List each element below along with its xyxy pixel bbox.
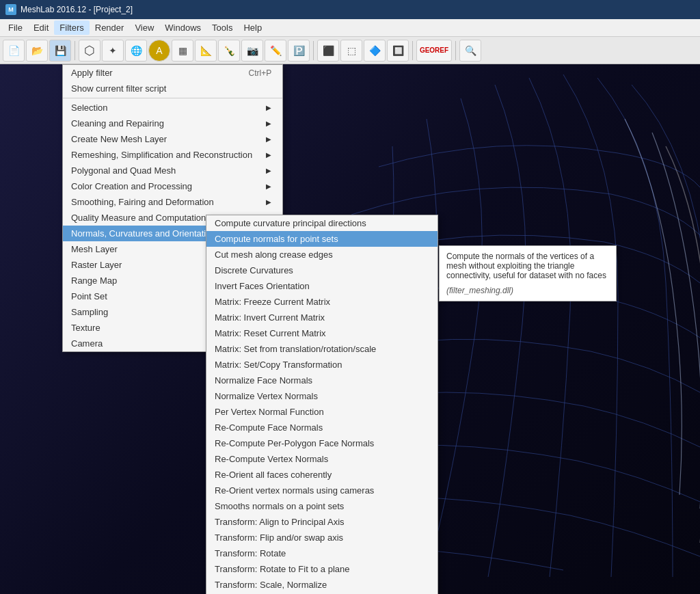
- main-area: Apply filter Ctrl+P Show current filter …: [0, 64, 700, 594]
- menubar: File Edit Filters Render View Windows To…: [0, 19, 700, 37]
- recompute-face-item[interactable]: Re-Compute Face Normals: [206, 420, 438, 435]
- tool2[interactable]: ✦: [102, 40, 124, 62]
- per-vertex-item[interactable]: Per Vertex Normal Function: [206, 404, 438, 420]
- discrete-curvatures-item[interactable]: Discrete Curvatures: [206, 262, 438, 278]
- tool5[interactable]: ▦: [172, 40, 193, 62]
- create-mesh-item[interactable]: Create New Mesh Layer ▶: [63, 131, 282, 147]
- recompute-polygon-item[interactable]: Re-Compute Per-Polygon Face Normals: [206, 435, 438, 451]
- toolbar: 📄 📂 💾 ⬡ ✦ 🌐 A ▦ 📐 🍾 📷 ✏️ 🅿️ ⬛ ⬚ 🔷 🔲 GEOR…: [0, 37, 700, 64]
- tool6[interactable]: 📐: [195, 40, 217, 62]
- smoothing-item[interactable]: Smoothing, Fairing and Deformation ▶: [63, 194, 282, 210]
- tool9[interactable]: ✏️: [265, 40, 286, 62]
- set-matrix-item[interactable]: Matrix: Set from translation/rotation/sc…: [206, 341, 438, 357]
- cut-mesh-item[interactable]: Cut mesh along crease edges: [206, 247, 438, 262]
- tool13[interactable]: 🔷: [364, 40, 386, 62]
- tool3[interactable]: 🌐: [125, 40, 147, 62]
- apply-filter-item[interactable]: Apply filter Ctrl+P: [63, 65, 282, 81]
- smooth-normals-item[interactable]: Smooths normals on a point sets: [206, 498, 438, 514]
- new-button[interactable]: 📄: [3, 40, 25, 62]
- tool14[interactable]: 🔲: [387, 40, 409, 62]
- georef[interactable]: GEOREF: [416, 40, 452, 62]
- reorient-vertex-item[interactable]: Re-Orient vertex normals using cameras: [206, 483, 438, 498]
- scale-item[interactable]: Transform: Scale, Normalize: [206, 577, 438, 593]
- app-icon: M: [5, 4, 16, 15]
- show-filter-script-item[interactable]: Show current filter script: [63, 81, 282, 96]
- remeshing-item[interactable]: Remeshing, Simplification and Reconstruc…: [63, 147, 282, 163]
- tool1[interactable]: ⬡: [79, 40, 100, 62]
- window-title: MeshLab 2016.12 - [Project_2]: [21, 5, 133, 14]
- align-axis-item[interactable]: Transform: Align to Principal Axis: [206, 514, 438, 530]
- sep4: [455, 41, 456, 60]
- tool15[interactable]: 🔍: [459, 40, 481, 62]
- invert-matrix-item[interactable]: Matrix: Invert Current Matrix: [206, 310, 438, 325]
- copy-matrix-item[interactable]: Matrix: Set/Copy Transformation: [206, 357, 438, 373]
- sep3: [412, 41, 413, 60]
- menu-view[interactable]: View: [129, 21, 159, 35]
- tool7[interactable]: 🍾: [218, 40, 240, 62]
- normalize-vertex-item[interactable]: Normalize Vertex Normals: [206, 388, 438, 404]
- tool12[interactable]: ⬚: [340, 40, 362, 62]
- color-item[interactable]: Color Creation and Processing ▶: [63, 178, 282, 194]
- reset-matrix-item[interactable]: Matrix: Reset Current Matrix: [206, 325, 438, 341]
- tool11[interactable]: ⬛: [317, 40, 339, 62]
- menu-tools[interactable]: Tools: [206, 21, 238, 35]
- rotate-fit-item[interactable]: Transform: Rotate to Fit to a plane: [206, 561, 438, 577]
- freeze-matrix-item[interactable]: Matrix: Freeze Current Matrix: [206, 294, 438, 310]
- normalize-face-item[interactable]: Normalize Face Normals: [206, 373, 438, 388]
- menu-sep: [63, 98, 282, 98]
- flip-axis-item[interactable]: Transform: Flip and/or swap axis: [206, 530, 438, 545]
- menu-windows[interactable]: Windows: [159, 21, 206, 35]
- rotate-item[interactable]: Transform: Rotate: [206, 545, 438, 561]
- sep1: [75, 41, 75, 60]
- menu-filters[interactable]: Filters: [54, 21, 89, 35]
- reorient-faces-item[interactable]: Re-Orient all faces coherently: [206, 467, 438, 483]
- save-button[interactable]: 💾: [49, 40, 71, 62]
- tool4[interactable]: A: [148, 40, 170, 62]
- recompute-vertex-item[interactable]: Re-Compute Vertex Normals: [206, 451, 438, 467]
- menu-file[interactable]: File: [3, 21, 28, 35]
- polygonal-item[interactable]: Polygonal and Quad Mesh ▶: [63, 163, 282, 178]
- normals-submenu[interactable]: Compute curvature principal directions C…: [206, 215, 438, 594]
- tool8[interactable]: 📷: [241, 40, 263, 62]
- sep2: [313, 41, 314, 60]
- curvature-directions-item[interactable]: Compute curvature principal directions: [206, 215, 438, 231]
- invert-faces-item[interactable]: Invert Faces Orientation: [206, 278, 438, 294]
- tool10[interactable]: 🅿️: [288, 40, 310, 62]
- cleaning-item[interactable]: Cleaning and Repairing ▶: [63, 116, 282, 131]
- titlebar: M MeshLab 2016.12 - [Project_2]: [0, 0, 700, 19]
- menu-help[interactable]: Help: [238, 21, 267, 35]
- open-button[interactable]: 📂: [26, 40, 48, 62]
- selection-item[interactable]: Selection ▶: [63, 100, 282, 116]
- compute-normals-item[interactable]: Compute normals for point sets: [206, 231, 438, 247]
- menu-edit[interactable]: Edit: [28, 21, 54, 35]
- menu-render[interactable]: Render: [90, 21, 130, 35]
